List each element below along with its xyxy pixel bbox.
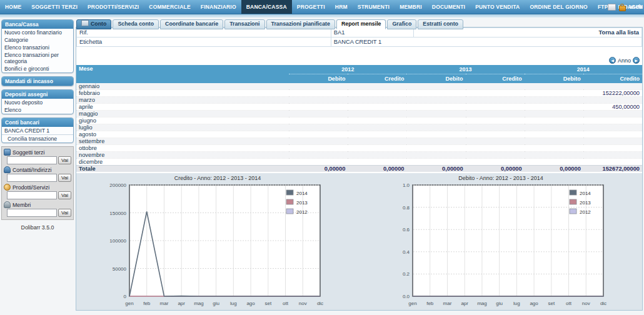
search-label-contatti-indirizzi: Contatti/Indirizzi xyxy=(4,166,71,173)
svg-text:mar: mar xyxy=(443,301,451,306)
legend-label-2013: 2013 xyxy=(296,199,308,205)
svg-text:mag: mag xyxy=(477,301,487,306)
search-go-button-contatti-indirizzi[interactable]: Vai xyxy=(58,174,71,182)
account-info-row: Etichetta BANCA CREDIT 1 xyxy=(77,38,642,47)
search-go-button-membri[interactable]: Vai xyxy=(58,209,71,217)
value-cell xyxy=(466,159,525,166)
search-label-text: Membri xyxy=(13,202,31,208)
sidebar-item-banca-credit-1[interactable]: BANCA CREDIT 1 xyxy=(2,127,73,134)
sidebar: Banca/CassaNuovo conto finanziarioCatego… xyxy=(1,19,74,231)
username[interactable]: asch xyxy=(629,4,642,10)
tab-transazioni[interactable]: Transazioni xyxy=(224,19,264,29)
tab-items: Scheda contoCoordinate bancarieTransazio… xyxy=(113,18,465,29)
value-cell xyxy=(406,152,465,159)
chart-svg-credito: Credito - Anno: 2012 - 2013 - 2014050000… xyxy=(76,174,359,310)
lock-icon[interactable] xyxy=(619,6,626,11)
next-year-button[interactable]: ▶ xyxy=(633,57,640,64)
tab-report-mensile[interactable]: Report mensile xyxy=(336,19,386,29)
legend-swatch-2012 xyxy=(570,209,576,214)
sidebar-item-nuovo-conto-finanziario[interactable]: Nuovo conto finanziario xyxy=(2,29,73,36)
search-label-text: Soggetti terzi xyxy=(13,149,44,156)
svg-text:feb: feb xyxy=(426,301,434,306)
svg-text:Credito - Anno: 2012 - 2013 -: Credito - Anno: 2012 - 2013 - 2014 xyxy=(174,175,261,181)
value-cell xyxy=(406,145,465,152)
tab-coordinate-bancarie[interactable]: Coordinate bancarie xyxy=(160,19,223,29)
value-cell xyxy=(289,104,348,111)
search-input-membri[interactable] xyxy=(7,209,57,217)
report-header-years: Mese201220132014 xyxy=(76,65,642,74)
table-row-agosto: agosto xyxy=(76,131,642,138)
sidebar-item-nuovo-deposito[interactable]: Nuovo deposito xyxy=(2,99,73,106)
search-input-contatti-indirizzi[interactable] xyxy=(7,174,57,182)
search-input-prodotti-servizi[interactable] xyxy=(7,191,57,199)
chart-svg-debito: Debito - Anno: 2012 - 2013 - 20140.00.20… xyxy=(360,174,642,310)
total-value-cell: 152672,00000 xyxy=(583,166,642,172)
tab-grafico[interactable]: Grafico xyxy=(387,19,416,29)
menu-item-membri[interactable]: MEMBRI xyxy=(395,0,427,14)
menu-item-hrm[interactable]: HRM xyxy=(330,0,353,14)
sidebar-block-mandati-di-incasso: Mandati di incasso xyxy=(1,76,74,86)
svg-text:ott: ott xyxy=(283,301,289,306)
sidebar-block-conti-bancari: Conti bancariBANCA CREDIT 1Concilia tran… xyxy=(1,118,74,143)
menu-item-ordine-del-giorno[interactable]: ORDINE DEL GIORNO xyxy=(525,0,593,14)
debito-chart: Debito - Anno: 2012 - 2013 - 20140.00.20… xyxy=(360,174,642,310)
tab-scheda-conto[interactable]: Scheda conto xyxy=(113,19,159,29)
value-cell xyxy=(525,90,583,97)
value-cell: 152222,00000 xyxy=(583,90,642,97)
svg-text:150000: 150000 xyxy=(110,210,127,216)
value-cell xyxy=(289,97,348,104)
svg-text:lug: lug xyxy=(513,301,520,306)
menu-item-banca-cassa[interactable]: BANCA/CASSA xyxy=(241,0,292,14)
search-go-button-prodotti-servizi[interactable]: Vai xyxy=(58,191,71,199)
menu-item-prodotti-servizi[interactable]: PRODOTTI/SERVIZI xyxy=(83,0,144,14)
menu-item-documenti[interactable]: DOCUMENTI xyxy=(427,0,470,14)
value-cell xyxy=(583,97,642,104)
svg-text:apr: apr xyxy=(178,301,186,306)
tab-estratti-conto[interactable]: Estratti conto xyxy=(418,19,463,29)
sidebar-blocks: Banca/CassaNuovo conto finanziarioCatego… xyxy=(1,19,74,143)
sidebar-item-elenco-transazioni[interactable]: Elenco transazioni xyxy=(2,44,73,51)
value-cell xyxy=(466,138,525,145)
legend-label-2012: 2012 xyxy=(296,209,308,214)
menu-item-home[interactable]: HOME xyxy=(0,0,26,14)
previous-year-button[interactable]: ◀ xyxy=(609,57,616,64)
svg-text:set: set xyxy=(265,301,272,306)
tab-transazioni-pianificate[interactable]: Transazioni pianificate xyxy=(266,19,335,29)
menubar: HOMESOGGETTI TERZIPRODOTTI/SERVIZICOMMER… xyxy=(0,0,644,14)
total-value-cell: 0,00000 xyxy=(289,166,348,172)
sidebar-item-elenco-transazioni-per-categoria[interactable]: Elenco transazioni per categoria xyxy=(2,51,73,65)
value-cell xyxy=(289,83,348,90)
sidebar-block-title-conti-bancari[interactable]: Conti bancari xyxy=(2,118,73,127)
table-row-aprile: aprile450,00000 xyxy=(76,104,642,111)
menu-item-soggetti-terzi[interactable]: SOGGETTI TERZI xyxy=(26,0,83,14)
value-cell xyxy=(406,131,465,138)
sidebar-block-depositi-assegni: Depositi assegniNuovo depositoElenco xyxy=(1,89,74,114)
sidebar-block-title-banca-cassa[interactable]: Banca/Cassa xyxy=(2,20,73,29)
month-cell: luglio xyxy=(76,124,289,131)
sidebar-item-concilia-transazione[interactable]: Concilia transazione xyxy=(2,134,73,142)
sidebar-block-title-mandati-di-incasso[interactable]: Mandati di incasso xyxy=(2,77,73,86)
sidebar-item-bonifici-e-giroconti[interactable]: Bonifici e giroconti xyxy=(2,65,73,72)
menu-item-strumenti[interactable]: STRUMENTI xyxy=(353,0,395,14)
svg-text:gen: gen xyxy=(126,301,134,306)
menu-item-finanziario[interactable]: FINANZIARIO xyxy=(196,0,241,14)
menu-item-punto-vendita[interactable]: PUNTO VENDITA xyxy=(470,0,525,14)
sidebar-block-title-depositi-assegni[interactable]: Depositi assegni xyxy=(2,90,73,99)
members-icon xyxy=(4,201,11,208)
menu-item-commerciale[interactable]: COMMERCIALE xyxy=(144,0,195,14)
month-cell: maggio xyxy=(76,111,289,118)
search-go-button-soggetti-terzi[interactable]: Vai xyxy=(58,156,71,164)
value-cell xyxy=(525,104,583,111)
search-input-soggetti-terzi[interactable] xyxy=(7,156,57,164)
print-icon[interactable] xyxy=(608,4,616,11)
menu-item-progetti[interactable]: PROGETTI xyxy=(292,0,330,14)
value-cell xyxy=(525,124,583,131)
sidebar-item-elenco[interactable]: Elenco xyxy=(2,106,73,114)
tab-conto[interactable]: Conto xyxy=(76,19,111,29)
sidebar-item-categorie[interactable]: Categorie xyxy=(2,36,73,44)
search-row-prodotti-servizi: Vai xyxy=(4,191,71,199)
value-cell: 450,00000 xyxy=(583,104,642,111)
svg-text:0.8: 0.8 xyxy=(403,204,410,210)
search-label-text: Prodotti/Servizi xyxy=(13,184,49,191)
svg-text:giu: giu xyxy=(213,301,220,306)
